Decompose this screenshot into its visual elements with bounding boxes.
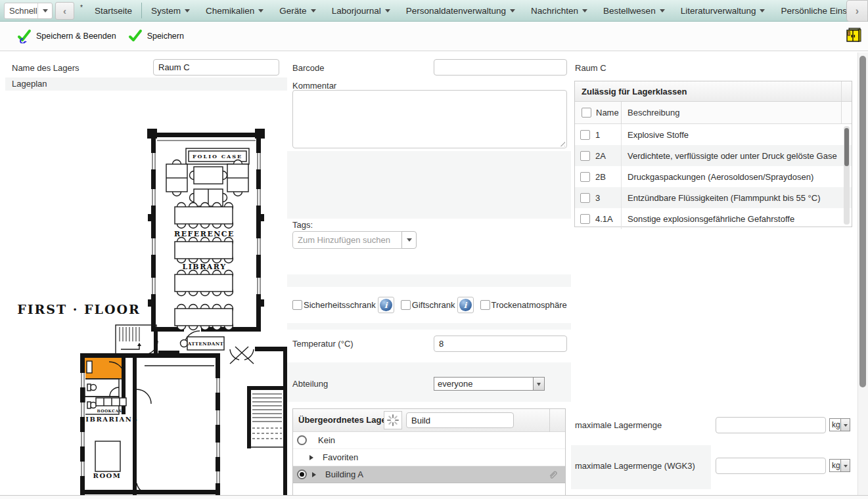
chevron-down-icon <box>582 9 587 15</box>
parent-storage-header: Übergeordnetes Lager <box>293 409 565 432</box>
chevron-down-icon[interactable] <box>37 3 52 18</box>
barcode-label: Barcode <box>292 63 324 73</box>
quick-select[interactable]: Schnell <box>4 3 53 19</box>
nav-item-system[interactable]: System <box>143 0 198 21</box>
parent-storage-search-input[interactable] <box>406 412 514 428</box>
storage-classes-body: 1 Explosive Stoffe 2A Verdichtete, verfl… <box>575 124 852 229</box>
name-des-lagers-label: Name des Lagers <box>12 63 80 73</box>
radio-button[interactable] <box>297 435 307 445</box>
barcode-input[interactable] <box>434 59 567 76</box>
back-button[interactable]: ‹ <box>55 2 74 20</box>
nav-item-literaturverwaltung[interactable]: Literaturverwaltung <box>673 0 773 21</box>
window-bottom-edge <box>0 495 868 499</box>
chevron-down-icon <box>760 9 765 15</box>
lageplan-header: Lageplan <box>5 77 287 91</box>
giftschrank-checkbox[interactable] <box>401 300 411 310</box>
nav-item-startseite[interactable]: Startseite <box>87 0 140 21</box>
save-and-exit-button[interactable]: Speichern & Beenden <box>17 29 116 43</box>
sicherheitsschrank-info-button[interactable]: i <box>378 297 394 313</box>
lager-name-input[interactable] <box>153 59 279 76</box>
chevron-down-icon <box>510 9 515 15</box>
tags-label: Tags: <box>292 220 313 230</box>
bookcase-label: BOOKCASE <box>97 408 125 413</box>
chevron-down-icon <box>660 9 665 15</box>
action-toolbar: Speichern & Beenden Speichern <box>0 22 868 51</box>
abteilung-label: Abteilung <box>292 379 328 389</box>
name-column-header: Name <box>596 108 619 118</box>
giftschrank-info-button[interactable]: i <box>457 297 474 313</box>
nav-item-laborjournal[interactable]: Laborjournal <box>324 0 398 21</box>
row-checkbox[interactable] <box>580 172 590 182</box>
parent-storage-panel: Übergeordnetes Lager Kein Favorite <box>292 408 566 496</box>
info-icon: i <box>380 299 392 311</box>
table-row: 2A Verdichtete, verflüssigte oder unter … <box>575 145 852 166</box>
save-exit-check-icon <box>17 29 32 43</box>
kommentar-textarea[interactable] <box>292 90 567 148</box>
expander-icon[interactable] <box>312 472 319 477</box>
librarians-label: LIBRARIANS <box>80 416 138 423</box>
chevron-down-icon <box>185 9 190 15</box>
chevron-down-icon <box>537 383 541 388</box>
tags-dropdown-button[interactable] <box>401 231 417 249</box>
info-icon: i <box>459 299 472 311</box>
max-lagermenge-wgk3-input[interactable] <box>716 458 826 474</box>
header-corner-divider <box>841 102 842 123</box>
page-scrollbar-thumb[interactable] <box>859 56 866 387</box>
save-button[interactable]: Speichern <box>128 29 184 43</box>
table-scrollbar-thumb[interactable] <box>844 128 849 166</box>
main-menu: Startseite System Chemikalien Geräte Lab… <box>87 0 868 21</box>
tree-item-kein[interactable]: Kein <box>293 432 565 449</box>
trockenatmosphaere-label: Trockenatmosphäre <box>491 300 567 310</box>
max-lagermenge-label: maximale Lagermenge <box>575 420 662 430</box>
nav-item-chemikalien[interactable]: Chemikalien <box>198 0 271 21</box>
nav-item-nachrichten[interactable]: Nachrichten <box>523 0 595 21</box>
nav-item-geraete[interactable]: Geräte <box>271 0 323 21</box>
next-page-button[interactable]: › <box>846 0 868 22</box>
cabinet-icon[interactable] <box>844 27 861 44</box>
tags-search-input[interactable] <box>292 231 402 249</box>
menu-separator <box>141 3 142 18</box>
tree-item-favoriten[interactable]: Favoriten <box>293 449 565 466</box>
select-all-checkbox[interactable] <box>582 108 591 118</box>
temperatur-input[interactable] <box>434 336 567 352</box>
unit-value: kg <box>830 461 840 470</box>
trockenatmosphaere-checkbox[interactable] <box>480 300 490 310</box>
row-checkbox[interactable] <box>580 214 590 224</box>
attendant-label: ATTENDANT <box>187 341 224 347</box>
sicherheitsschrank-checkbox[interactable] <box>292 300 302 310</box>
max-lagermenge-input[interactable] <box>716 417 826 433</box>
floor-plan-drawing: FOLIO CASE REFERENCE <box>5 91 287 495</box>
expander-icon[interactable] <box>309 455 316 460</box>
tree-item-building-a[interactable]: Building A <box>293 466 565 483</box>
max-lagermenge-wgk3-unit-select[interactable]: kg <box>829 459 850 472</box>
header-divider <box>549 409 550 432</box>
nav-item-personaldatenverwaltung[interactable]: Personaldatenverwaltung <box>398 0 523 21</box>
table-row: 4.1A Sonstige explosionsgefährliche Gefa… <box>575 208 852 229</box>
kommentar-label: Kommentar <box>292 81 336 91</box>
select-arrow-button[interactable] <box>840 419 850 431</box>
save-check-icon <box>128 29 143 43</box>
select-arrow-button[interactable] <box>840 460 850 471</box>
select-arrow-button[interactable] <box>533 378 544 390</box>
table-scrollbar-track[interactable] <box>844 126 850 225</box>
cabinet-options-row: Sicherheitsschrank i Giftschrank i Trock… <box>287 287 571 323</box>
top-navbar: Schnell ‹ * Startseite System Chemikalie… <box>0 0 868 22</box>
chevron-down-icon <box>258 9 263 15</box>
chevron-left-icon: ‹ <box>63 5 66 16</box>
parent-storage-title: Übergeordnetes Lager <box>298 415 390 425</box>
chevron-down-icon <box>844 424 848 429</box>
room-label: ROOM <box>93 472 122 479</box>
abteilung-select[interactable]: everyone <box>434 377 545 391</box>
temperatur-label: Temperatur (°C) <box>292 339 354 349</box>
max-lagermenge-unit-select[interactable]: kg <box>829 418 850 431</box>
nav-item-bestellwesen[interactable]: Bestellwesen <box>595 0 673 21</box>
paperclip-icon <box>548 469 559 480</box>
row-checkbox[interactable] <box>580 130 590 140</box>
row-checkbox[interactable] <box>580 151 590 161</box>
folio-case-label: FOLIO CASE <box>193 153 242 160</box>
row-checkbox[interactable] <box>580 193 590 203</box>
radio-button-selected[interactable] <box>297 469 307 479</box>
max-lagermenge-wgk3-label: maximale Lagermenge (WGK3) <box>575 461 695 471</box>
spacer-row <box>287 323 571 330</box>
quick-select-value: Schnell <box>5 6 37 16</box>
